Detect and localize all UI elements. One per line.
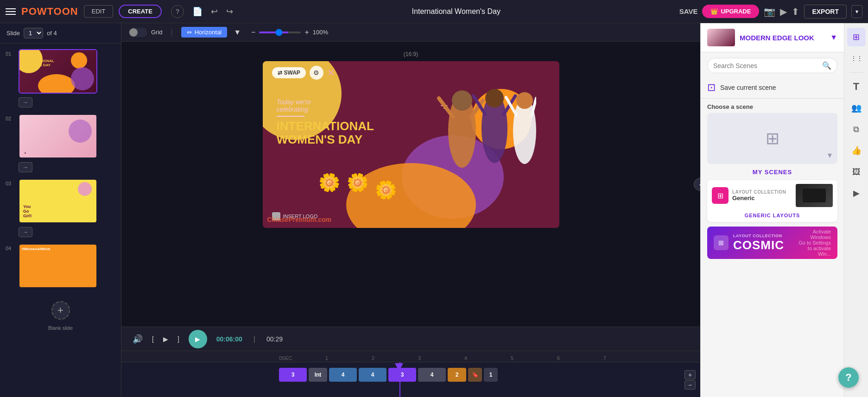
camera-icon[interactable]: 📷 xyxy=(764,6,775,17)
slide-item[interactable]: 03 YouGoGirl! → xyxy=(4,177,117,239)
right-panel: MODERN EDGE LOOK ▼ 🔍 ⊡ Save current scen… xyxy=(700,23,844,397)
timeline-block[interactable]: 4 xyxy=(359,368,386,382)
flower-icon-2: 🌼 xyxy=(347,172,368,200)
collection-header: ⊞ LAYOUT COLLECTION Generic xyxy=(707,180,837,211)
orientation-dropdown[interactable]: ▼ xyxy=(234,28,241,37)
zoom-in-button[interactable]: + xyxy=(304,28,309,37)
collapse-panel-button[interactable]: ‹ xyxy=(694,178,700,191)
scene-grid-icon: ⊞ xyxy=(766,129,779,148)
timeline-block[interactable]: 4 xyxy=(329,368,357,382)
share-icon[interactable]: ⬆ xyxy=(792,6,799,17)
help-button[interactable]: ? xyxy=(838,367,859,388)
play-preview-icon[interactable]: ▶ xyxy=(780,6,787,17)
zoom-out-button[interactable]: − xyxy=(251,28,255,37)
swap-button[interactable]: ⇄ SWAP xyxy=(272,67,306,78)
ruler-3: 3 xyxy=(418,355,464,361)
slide-list: 01 INTERNATIONALWOMEN'S DAY → xyxy=(0,44,121,334)
timeline-block[interactable]: 2 xyxy=(448,368,466,382)
settings-icon-button[interactable]: ⚙ xyxy=(310,66,323,80)
timeline-block[interactable]: 3 xyxy=(388,368,416,382)
slide-item[interactable]: 01 INTERNATIONALWOMEN'S DAY → xyxy=(4,47,117,109)
timeline-block[interactable]: Int xyxy=(309,368,327,382)
search-bar[interactable]: 🔍 xyxy=(707,58,837,73)
style-name: MODERN EDGE LOOK xyxy=(740,34,825,42)
menu-button[interactable] xyxy=(6,8,16,15)
slide-arrow-3[interactable]: → xyxy=(19,227,32,237)
svg-point-3 xyxy=(485,89,504,107)
save-scene-label: Save current scene xyxy=(720,84,776,91)
slide-thumb-3[interactable]: YouGoGirl! xyxy=(19,179,97,223)
slide-label: Slide xyxy=(6,30,20,37)
create-button[interactable]: CREATE xyxy=(119,5,161,18)
slide-thumb-1[interactable]: INTERNATIONALWOMEN'S DAY xyxy=(19,49,97,94)
grid-toggle[interactable]: Grid xyxy=(129,28,163,37)
canvas-ratio: (16:9) xyxy=(404,51,418,57)
collection-name: Generic xyxy=(732,195,786,202)
canvas-today-text: Today we're xyxy=(277,98,374,106)
edit-button[interactable]: EDIT xyxy=(84,5,114,18)
timeline-block[interactable]: 🔖 xyxy=(468,368,482,382)
close-icon-button[interactable]: ✕ xyxy=(327,67,335,78)
timeline-zoom-in-button[interactable]: + xyxy=(684,370,696,379)
grid-label: Grid xyxy=(151,29,163,36)
cosmic-title: COSMIC xyxy=(733,238,784,252)
timeline-block[interactable]: 1 xyxy=(484,368,498,382)
scene-chevron-down-icon[interactable]: ▾ xyxy=(828,150,832,160)
slide-of-label: of 4 xyxy=(47,30,57,37)
orientation-button[interactable]: ⇔ Horizontal xyxy=(181,27,228,38)
grid-toggle-switch[interactable] xyxy=(129,28,147,37)
ruler-4: 4 xyxy=(464,355,511,361)
save-button[interactable]: SAVE xyxy=(679,7,698,15)
frame-play-icon[interactable]: ▶ xyxy=(163,335,168,343)
notes-icon[interactable]: 📄 xyxy=(192,6,203,17)
presentation-title: International Women's Day xyxy=(238,7,675,16)
style-thumbnail xyxy=(707,29,735,46)
main-area: Slide 1234 of 4 01 INTERNATIONAL xyxy=(0,23,868,397)
save-scene-row[interactable]: ⊡ Save current scene xyxy=(701,79,844,99)
people-icon[interactable]: 👥 xyxy=(847,99,866,117)
canvas-text-area[interactable]: Today we're celebrating INTERNATIONAL WO… xyxy=(277,98,374,146)
search-icon[interactable]: 🔍 xyxy=(822,61,831,70)
media-icon[interactable]: 🖼 xyxy=(847,163,866,181)
topbar-left: POWTOON EDIT CREATE ? 📄 ↩ ↪ xyxy=(6,5,233,18)
help-icon[interactable]: ? xyxy=(171,5,184,18)
scene-placeholder[interactable]: ⊞ ▾ xyxy=(707,113,837,164)
undo-icon[interactable]: ↩ xyxy=(211,6,218,17)
play-button[interactable]: ▶ xyxy=(189,330,207,348)
redo-icon[interactable]: ↪ xyxy=(226,6,233,17)
far-right-bar: ⊞ ⋮⋮ T 👥 ⧉ 👍 🖼 ▶ xyxy=(844,23,868,397)
bracket-close: ] xyxy=(177,335,179,343)
export-more-button[interactable]: ▾ xyxy=(851,5,862,18)
slide-number-select[interactable]: 1234 xyxy=(24,28,43,38)
video-play-icon[interactable]: ▶ xyxy=(847,184,866,202)
slide-arrow-1[interactable]: → xyxy=(19,97,32,107)
collection-sub-label: LAYOUT COLLECTION xyxy=(732,189,786,195)
export-button[interactable]: EXPORT xyxy=(804,5,847,19)
text-icon[interactable]: T xyxy=(847,77,866,96)
timeline-zoom-out-button[interactable]: − xyxy=(684,380,696,390)
ruler-2: 2 xyxy=(372,355,418,361)
canvas-frame: ⇄ SWAP ⚙ ✕ + Today we're celebrating INT… xyxy=(263,61,559,228)
slide-thumb-2[interactable]: + xyxy=(19,114,97,158)
timeline-block[interactable]: 3 xyxy=(279,368,307,382)
style-dropdown-button[interactable]: ▼ xyxy=(830,33,837,42)
time-separator: | xyxy=(253,335,255,343)
scenes-icon[interactable]: ⊞ xyxy=(847,28,866,46)
zoom-controls: − + 100% xyxy=(251,28,332,37)
slide-thumb-4[interactable]: #WomenAtWork xyxy=(19,244,97,288)
cosmic-card[interactable]: ⊞ LAYOUT COLLECTION COSMIC Activate Wind… xyxy=(707,227,837,259)
search-input[interactable] xyxy=(713,62,818,69)
upgrade-button[interactable]: 👑 UPGRADE xyxy=(702,5,759,18)
volume-icon[interactable]: 🔊 xyxy=(133,334,143,344)
slide-item[interactable]: 04 #WomenAtWork xyxy=(4,242,117,290)
timeline: 0SEC 1 2 3 4 5 6 7 3 Int 4 4 3 4 xyxy=(121,351,700,397)
zoom-slider[interactable] xyxy=(259,32,301,33)
layers-icon[interactable]: ⧉ xyxy=(847,120,866,139)
add-slide-button[interactable]: + xyxy=(51,301,70,320)
slide-arrow-2[interactable]: → xyxy=(19,162,32,172)
pattern-icon[interactable]: ⋮⋮ xyxy=(847,49,866,68)
hand-icon[interactable]: 👍 xyxy=(847,141,866,160)
canvas-wrapper: (16:9) ‹ ⇄ SWAP ⚙ ✕ + xyxy=(121,42,700,327)
timeline-block[interactable]: 4 xyxy=(418,368,446,382)
slide-item[interactable]: 02 + → xyxy=(4,112,117,174)
